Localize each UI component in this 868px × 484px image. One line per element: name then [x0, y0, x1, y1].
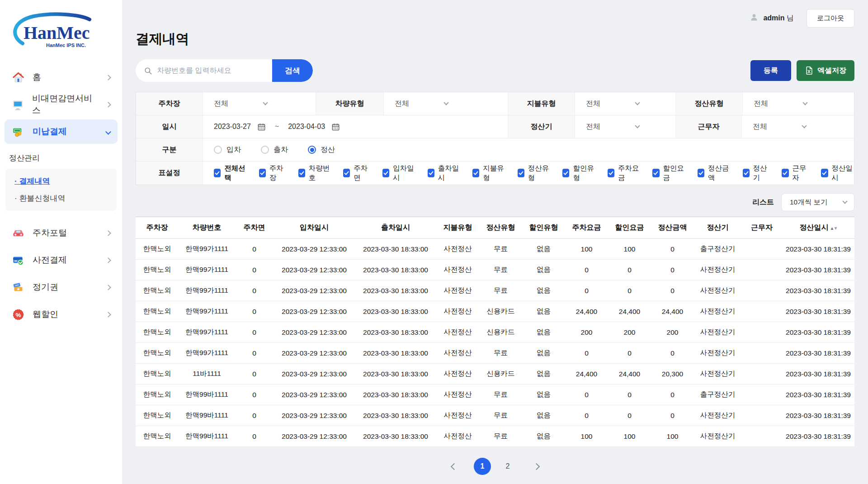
table-row[interactable]: 한맥노외11바111102023-03-29 12:33:002023-03-3… [136, 364, 854, 384]
cell-할인유형: 없음 [522, 322, 565, 343]
sidebar-item-unpaid-payment[interactable]: 미납결제 [5, 119, 118, 144]
submenu-item-payment-history[interactable]: · 결제내역 [14, 176, 108, 186]
column-header-할인유형[interactable]: 할인유형 [522, 217, 565, 239]
column-header-정산금액[interactable]: 정산금액 [651, 217, 694, 239]
logout-button[interactable]: 로그아웃 [807, 9, 854, 28]
search-button[interactable]: 검색 [272, 59, 313, 82]
register-button[interactable]: 등록 [750, 60, 791, 81]
checkbox-option-주차면[interactable]: 주차면 [343, 164, 370, 183]
cell-지불유형: 사전정산 [436, 301, 479, 322]
checkbox-label: 출차일시 [438, 164, 460, 183]
column-header-근무자[interactable]: 근무자 [741, 217, 782, 239]
sidebar-item-home[interactable]: 홈 [5, 65, 118, 90]
sidebar-item-season-ticket[interactable]: 정기권 [5, 275, 118, 299]
excel-save-button[interactable]: 엑셀저장 [797, 60, 854, 81]
checkbox-option-지불유형[interactable]: 지불유형 [472, 164, 505, 183]
chevron-right-icon [105, 285, 111, 290]
checkbox-option-차량번호[interactable]: 차량번호 [298, 164, 331, 183]
cell-할인요금: 24,400 [608, 364, 651, 384]
checkbox-option-주차요금[interactable]: 주차요금 [608, 164, 641, 183]
cell-지불유형: 사전정산 [436, 384, 479, 405]
worker-select[interactable]: 전체 [742, 122, 814, 132]
calendar-icon[interactable] [331, 123, 340, 131]
column-header-정산유형[interactable]: 정산유형 [479, 217, 522, 239]
column-header-주차장[interactable]: 주차장 [136, 217, 179, 239]
settlement-machine-select[interactable]: 전체 [575, 122, 647, 132]
checkbox-option-주차장[interactable]: 주차장 [259, 164, 286, 183]
settlement-type-select[interactable]: 전체 [743, 99, 815, 109]
vehicle-type-filter-label: 차량유형 [316, 92, 384, 115]
column-header-지불유형[interactable]: 지불유형 [436, 217, 479, 239]
filter-row-date: 일시 2023-03-27 ~ 2023-04-03 정산기전체근무자전체 [136, 115, 854, 138]
sidebar-item-pre-payment[interactable]: 사전결제 [5, 248, 118, 272]
table-row[interactable]: 한맥노외한맥99가111102023-03-29 12:33:002023-03… [136, 322, 854, 343]
radio-option-출차[interactable]: 출차 [261, 145, 288, 155]
table-row[interactable]: 한맥노외한맥99바111102023-03-29 12:33:002023-03… [136, 426, 854, 447]
checkbox-option-입차일시[interactable]: 입차일시 [382, 164, 415, 183]
checkbox-option-정산금액[interactable]: 정산금액 [698, 164, 731, 183]
page-button-2[interactable]: 2 [499, 458, 516, 475]
sidebar-item-web-discount[interactable]: %웹할인 [5, 302, 118, 327]
page-button-1[interactable]: 1 [474, 458, 491, 475]
checkbox-checked-icon [743, 169, 750, 177]
cell-정산유형: 무료 [479, 260, 522, 280]
table-row[interactable]: 한맥노외한맥99바111102023-03-29 12:33:002023-03… [136, 384, 854, 405]
column-header-출차일시[interactable]: 출차일시 [355, 217, 436, 239]
chevron-down-icon [263, 100, 268, 105]
table-row[interactable]: 한맥노외한맥99가111102023-03-29 12:33:002023-03… [136, 260, 854, 280]
worker-filter-label: 근무자 [676, 115, 742, 138]
page-size-value: 10개씩 보기 [790, 198, 828, 207]
date-start-value[interactable]: 2023-03-27 [214, 123, 251, 131]
cell-차량번호: 한맥99가1111 [179, 239, 235, 260]
table-row[interactable]: 한맥노외한맥99가111102023-03-29 12:33:002023-03… [136, 343, 854, 364]
cell-주차장: 한맥노외 [136, 343, 179, 364]
checkbox-option-정산유형[interactable]: 정산유형 [518, 164, 551, 183]
table-row[interactable]: 한맥노외한맥99가111102023-03-29 12:33:002023-03… [136, 239, 854, 260]
checkbox-option-할인요금[interactable]: 할인요금 [652, 164, 685, 183]
table-row[interactable]: 한맥노외한맥99가111102023-03-29 12:33:002023-03… [136, 301, 854, 322]
page-size-select[interactable]: 10개씩 보기 [781, 193, 854, 211]
checkbox-option-정산일시[interactable]: 정산일시 [821, 164, 854, 183]
table-row[interactable]: 한맥노외한맥99가111102023-03-29 12:33:002023-03… [136, 280, 854, 301]
chevron-right-icon [105, 75, 111, 81]
settlement-machine-filter-value: 전체 [575, 115, 676, 138]
checkbox-option-근무자[interactable]: 근무자 [782, 164, 809, 183]
date-end-value[interactable]: 2023-04-03 [288, 123, 325, 131]
payment-type-select[interactable]: 전체 [575, 99, 647, 109]
checkbox-option-할인유형[interactable]: 할인유형 [562, 164, 595, 183]
sidebar-item-parking-portal[interactable]: 주차포털 [5, 221, 118, 245]
column-header-차량번호[interactable]: 차량번호 [179, 217, 235, 239]
search-input[interactable] [152, 66, 272, 75]
radio-option-정산[interactable]: 정산 [308, 145, 335, 155]
checkbox-option-정산기[interactable]: 정산기 [743, 164, 770, 183]
column-header-정산일시[interactable]: 정산일시▲▼ [782, 217, 854, 239]
column-header-label: 주차면 [244, 223, 265, 231]
table-row[interactable]: 한맥노외한맥99바111102023-03-29 12:33:002023-03… [136, 405, 854, 426]
column-header-할인요금[interactable]: 할인요금 [608, 217, 651, 239]
cell-출차일시: 2023-03-30 18:33:00 [355, 280, 436, 301]
excel-icon [805, 66, 814, 75]
cell-차량번호: 한맥99가1111 [179, 280, 235, 301]
sidebar-item-label: 미납결제 [33, 126, 67, 138]
checkbox-option-출차일시[interactable]: 출차일시 [428, 164, 461, 183]
page-title: 결제내역 [136, 30, 854, 48]
cell-정산일시: 2023-03-30 18:31:39 [782, 260, 854, 280]
radio-option-입차[interactable]: 입차 [214, 145, 241, 155]
column-header-주차면[interactable]: 주차면 [235, 217, 274, 239]
cell-주차장: 한맥노외 [136, 384, 179, 405]
category-options: 입차출차정산 [203, 138, 854, 161]
submenu-item-refund-request-history[interactable]: · 환불신청내역 [14, 193, 108, 204]
checkbox-option-전체선택[interactable]: 전체선택 [214, 164, 247, 183]
prev-page-button[interactable] [446, 458, 462, 475]
ticket-icon [12, 281, 24, 294]
column-header-입차일시[interactable]: 입차일시 [274, 217, 355, 239]
cell-출차일시: 2023-03-30 18:33:00 [355, 301, 436, 322]
cell-주차장: 한맥노외 [136, 322, 179, 343]
vehicle-type-select[interactable]: 전체 [384, 99, 456, 109]
column-header-정산기[interactable]: 정산기 [694, 217, 741, 239]
parking-lot-select[interactable]: 전체 [203, 99, 275, 109]
sidebar-item-remote-reduction-service[interactable]: 비대면감면서비스 [5, 92, 118, 117]
calendar-icon[interactable] [257, 123, 266, 131]
column-header-주차요금[interactable]: 주차요금 [565, 217, 608, 239]
next-page-button[interactable] [528, 458, 544, 475]
